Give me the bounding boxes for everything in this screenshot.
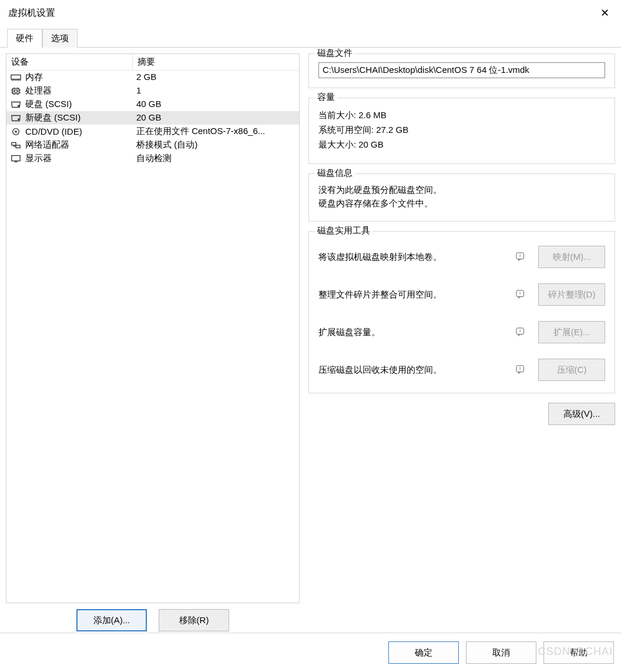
disk-file-legend: 磁盘文件 bbox=[315, 48, 355, 59]
svg-rect-9 bbox=[12, 155, 20, 161]
titlebar: 虚拟机设置 ✕ bbox=[0, 0, 621, 25]
svg-point-5 bbox=[13, 128, 19, 135]
device-summary: 2 GB bbox=[133, 71, 299, 84]
current-size-label: 当前大小: bbox=[318, 110, 356, 121]
advanced-button[interactable]: 高级(V)... bbox=[548, 403, 615, 425]
svg-text:i: i bbox=[519, 290, 521, 296]
device-name: 硬盘 (SCSI) bbox=[25, 99, 72, 110]
svg-rect-8 bbox=[16, 145, 20, 148]
hint-icon[interactable]: i bbox=[515, 326, 528, 339]
device-row[interactable]: CD/DVD (IDE)正在使用文件 CentOS-7-x86_6... bbox=[6, 125, 299, 138]
tab-options[interactable]: 选项 bbox=[42, 29, 78, 48]
disk-info-line2: 硬盘内容存储在多个文件中。 bbox=[318, 198, 605, 209]
disk-icon bbox=[10, 113, 22, 123]
memory-icon bbox=[10, 73, 22, 82]
device-row[interactable]: 硬盘 (SCSI)40 GB bbox=[6, 98, 299, 111]
expand-label: 扩展磁盘容量。 bbox=[318, 327, 510, 338]
hint-icon[interactable]: i bbox=[515, 250, 528, 263]
device-summary: 自动检测 bbox=[133, 152, 299, 165]
svg-text:i: i bbox=[519, 366, 521, 371]
tab-hardware[interactable]: 硬件 bbox=[7, 29, 42, 48]
col-summary-header[interactable]: 摘要 bbox=[133, 54, 299, 70]
device-list-header: 设备 摘要 bbox=[6, 54, 299, 71]
help-button[interactable]: 帮助 bbox=[543, 641, 614, 664]
defrag-button: 碎片整理(D) bbox=[538, 283, 605, 306]
disk-utils-legend: 磁盘实用工具 bbox=[315, 225, 372, 236]
free-space-label: 系统可用空间: bbox=[318, 125, 374, 136]
device-row[interactable]: 处理器1 bbox=[6, 84, 299, 98]
device-summary: 40 GB bbox=[133, 98, 299, 111]
ok-button[interactable]: 确定 bbox=[388, 641, 459, 664]
svg-point-3 bbox=[18, 105, 19, 106]
net-icon bbox=[10, 141, 22, 150]
device-summary: 正在使用文件 CentOS-7-x86_6... bbox=[133, 125, 299, 138]
capacity-group: 容量 当前大小:2.6 MB 系统可用空间:27.2 GB 最大大小:20 GB bbox=[308, 98, 615, 164]
cd-icon bbox=[10, 127, 22, 136]
device-row[interactable]: 新硬盘 (SCSI)20 GB bbox=[6, 111, 299, 125]
device-summary: 20 GB bbox=[133, 111, 299, 125]
tabs: 硬件 选项 bbox=[0, 28, 621, 48]
free-space-value: 27.2 GB bbox=[376, 125, 408, 136]
device-name: 显示器 bbox=[25, 153, 52, 164]
hint-icon[interactable]: i bbox=[515, 363, 528, 376]
svg-point-4 bbox=[18, 118, 19, 119]
map-label: 将该虚拟机磁盘映射到本地卷。 bbox=[318, 252, 510, 263]
current-size-value: 2.6 MB bbox=[358, 110, 387, 121]
device-summary: 桥接模式 (自动) bbox=[133, 138, 299, 152]
device-row[interactable]: 显示器自动检测 bbox=[6, 152, 299, 165]
disk-info-line1: 没有为此硬盘预分配磁盘空间。 bbox=[318, 185, 605, 196]
defrag-label: 整理文件碎片并整合可用空间。 bbox=[318, 289, 510, 300]
window-title: 虚拟机设置 bbox=[8, 7, 55, 19]
compact-button: 压缩(C) bbox=[538, 359, 605, 381]
expand-button: 扩展(E)... bbox=[538, 321, 605, 343]
svg-text:i: i bbox=[519, 328, 521, 333]
svg-text:i: i bbox=[519, 253, 521, 258]
disk-utils-group: 磁盘实用工具 将该虚拟机磁盘映射到本地卷。 i 映射(M)... 整理文件碎片并… bbox=[308, 231, 615, 393]
map-button: 映射(M)... bbox=[538, 246, 605, 268]
col-device-header[interactable]: 设备 bbox=[6, 54, 133, 70]
svg-rect-7 bbox=[12, 142, 16, 145]
hint-icon[interactable]: i bbox=[515, 288, 528, 301]
disk-info-group: 磁盘信息 没有为此硬盘预分配磁盘空间。 硬盘内容存储在多个文件中。 bbox=[308, 173, 615, 222]
disk-icon bbox=[10, 100, 22, 109]
svg-point-6 bbox=[15, 131, 17, 132]
svg-rect-1 bbox=[13, 88, 19, 93]
device-name: 处理器 bbox=[25, 85, 52, 96]
device-name: 网络适配器 bbox=[25, 139, 69, 151]
cancel-button[interactable]: 取消 bbox=[466, 641, 536, 664]
device-name: 新硬盘 (SCSI) bbox=[25, 112, 80, 123]
device-row[interactable]: 内存2 GB bbox=[6, 71, 299, 84]
device-row[interactable]: 网络适配器桥接模式 (自动) bbox=[6, 138, 299, 152]
cpu-icon bbox=[10, 86, 22, 96]
disk-info-legend: 磁盘信息 bbox=[315, 168, 355, 179]
svg-rect-0 bbox=[11, 75, 21, 79]
display-icon bbox=[10, 154, 22, 163]
capacity-legend: 容量 bbox=[315, 92, 337, 103]
remove-button[interactable]: 移除(R) bbox=[159, 609, 229, 631]
device-list: 设备 摘要 内存2 GB处理器1硬盘 (SCSI)40 GB新硬盘 (SCSI)… bbox=[6, 54, 300, 603]
max-size-value: 20 GB bbox=[358, 139, 384, 151]
max-size-label: 最大大小: bbox=[318, 139, 356, 151]
disk-file-group: 磁盘文件 bbox=[308, 54, 615, 88]
disk-file-input[interactable] bbox=[318, 62, 605, 78]
compact-label: 压缩磁盘以回收未使用的空间。 bbox=[318, 365, 510, 376]
device-summary: 1 bbox=[133, 84, 299, 98]
device-name: 内存 bbox=[25, 72, 43, 83]
close-icon[interactable]: ✕ bbox=[596, 5, 613, 21]
svg-rect-2 bbox=[14, 90, 17, 92]
device-name: CD/DVD (IDE) bbox=[25, 126, 82, 136]
add-button[interactable]: 添加(A)... bbox=[76, 609, 147, 631]
